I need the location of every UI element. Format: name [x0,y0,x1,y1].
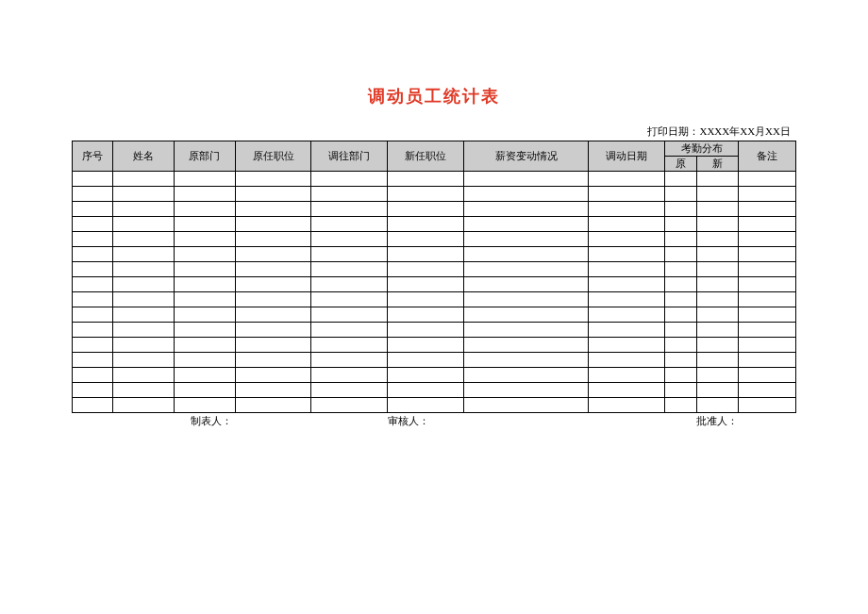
table-header: 序号 姓名 原部门 原任职位 调往部门 新任职位 薪资变动情况 调动日期 考勤分… [73,141,796,172]
cell-remark [739,307,796,323]
footer-signatures: 制表人： 审核人： 批准人： [72,413,796,428]
cell-salary_change [463,383,588,398]
cell-orig_pos [235,353,311,368]
cell-remark [739,277,796,292]
cell-salary_change [463,232,588,247]
cell-seq [73,277,113,292]
cell-att_new [696,172,739,187]
cell-att_new [696,202,739,217]
table-row [73,307,796,323]
cell-name [112,323,174,338]
cell-orig_dept [174,292,235,307]
document-title: 调动员工统计表 [72,85,796,108]
table-row [73,383,796,398]
cell-new_dept [311,277,388,292]
cell-att_orig [664,383,696,398]
cell-att_new [696,277,739,292]
cell-orig_pos [235,338,311,353]
cell-transfer_date [589,277,665,292]
col-new-dept: 调往部门 [311,141,388,172]
col-seq: 序号 [73,141,113,172]
cell-remark [739,323,796,338]
cell-att_new [696,262,739,277]
cell-new_pos [388,217,464,232]
cell-transfer_date [589,247,665,262]
cell-new_pos [388,353,464,368]
cell-salary_change [463,323,588,338]
cell-transfer_date [589,338,665,353]
cell-transfer_date [589,368,665,383]
cell-name [112,277,174,292]
preparer-label: 制表人： [112,413,311,428]
cell-transfer_date [589,353,665,368]
cell-att_orig [664,247,696,262]
cell-orig_dept [174,232,235,247]
col-orig-pos: 原任职位 [235,141,311,172]
table-row [73,277,796,292]
cell-remark [739,398,796,413]
cell-att_orig [664,323,696,338]
cell-seq [73,217,113,232]
cell-new_dept [311,338,388,353]
cell-att_orig [664,232,696,247]
cell-remark [739,262,796,277]
cell-att_orig [664,217,696,232]
cell-name [112,353,174,368]
cell-remark [739,353,796,368]
table-row [73,187,796,202]
cell-seq [73,338,113,353]
cell-att_orig [664,353,696,368]
cell-name [112,307,174,323]
cell-new_dept [311,217,388,232]
cell-orig_dept [174,323,235,338]
col-remark: 备注 [739,141,796,172]
cell-seq [73,187,113,202]
cell-new_pos [388,172,464,187]
cell-att_orig [664,277,696,292]
cell-orig_pos [235,368,311,383]
cell-att_new [696,232,739,247]
cell-remark [739,247,796,262]
page: 调动员工统计表 打印日期：XXXX年XX月XX日 序号 姓名 原部门 原任职位 … [0,0,868,428]
cell-salary_change [463,187,588,202]
cell-new_dept [311,383,388,398]
table-row [73,247,796,262]
cell-new_pos [388,307,464,323]
cell-remark [739,202,796,217]
cell-transfer_date [589,323,665,338]
col-attendance-new: 新 [696,157,739,172]
cell-new_dept [311,307,388,323]
cell-seq [73,247,113,262]
cell-orig_pos [235,277,311,292]
cell-new_dept [311,247,388,262]
cell-orig_pos [235,172,311,187]
cell-orig_pos [235,292,311,307]
col-name: 姓名 [112,141,174,172]
cell-name [112,187,174,202]
cell-seq [73,232,113,247]
cell-salary_change [463,368,588,383]
cell-salary_change [463,217,588,232]
cell-orig_pos [235,383,311,398]
cell-orig_dept [174,262,235,277]
cell-name [112,217,174,232]
print-date-label: 打印日期：XXXX年XX月XX日 [72,124,796,139]
cell-att_new [696,353,739,368]
cell-new_dept [311,323,388,338]
cell-transfer_date [589,383,665,398]
cell-new_dept [311,172,388,187]
cell-transfer_date [589,262,665,277]
col-transfer-date: 调动日期 [589,141,665,172]
table-row [73,338,796,353]
cell-att_new [696,187,739,202]
cell-transfer_date [589,232,665,247]
cell-att_orig [664,202,696,217]
table-row [73,202,796,217]
cell-salary_change [463,277,588,292]
table-row [73,353,796,368]
cell-att_orig [664,262,696,277]
cell-new_dept [311,398,388,413]
cell-att_new [696,247,739,262]
cell-salary_change [463,172,588,187]
cell-att_new [696,217,739,232]
